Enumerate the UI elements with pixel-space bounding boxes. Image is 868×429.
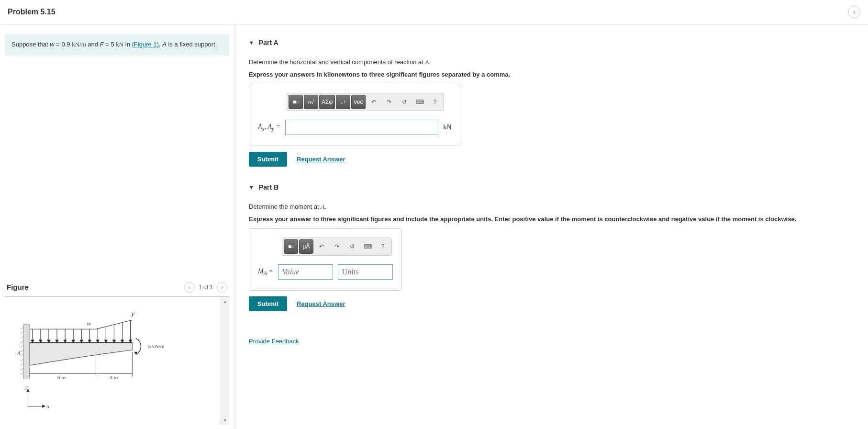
undo-button[interactable]: ↶	[314, 239, 329, 254]
updown-button[interactable]: ↓↑	[336, 95, 350, 109]
svg-text:w: w	[87, 320, 91, 327]
vec-button[interactable]: vec	[351, 95, 366, 109]
collapse-icon: ▼	[249, 184, 254, 190]
provide-feedback-link[interactable]: Provide Feedback	[249, 338, 299, 345]
template-button[interactable]: ■□	[284, 239, 298, 254]
help-button[interactable]: ?	[376, 239, 390, 254]
svg-line-11	[21, 372, 23, 375]
figure-body: F w A 5 kN·m 6 m 3 m y x ▴ ▾	[5, 297, 229, 425]
part-a-toolbar: ■□ n√ ΑΣφ ↓↑ vec ↶ ↷ ↺ ⌨ ?	[287, 93, 444, 111]
svg-text:F: F	[131, 311, 135, 317]
undo-button[interactable]: ↶	[367, 95, 381, 109]
svg-line-10	[21, 368, 23, 371]
keyboard-button[interactable]: ⌨	[360, 239, 375, 254]
svg-line-7	[21, 354, 23, 357]
part-b-instructions: Express your answer to three significant…	[249, 215, 858, 223]
keyboard-button[interactable]: ⌨	[412, 95, 427, 109]
main-content: Suppose that w = 0.9 kN/m and F = 5 kN i…	[0, 24, 868, 429]
figure-prev-button[interactable]: ‹	[184, 282, 195, 293]
right-panel: ▼ Part A Determine the horizontal and ve…	[234, 24, 868, 429]
part-a-instructions: Express your answers in kilonewtons to t…	[249, 71, 858, 78]
units-button[interactable]: μÅ	[299, 239, 313, 254]
svg-text:A: A	[17, 350, 21, 357]
scroll-down-icon[interactable]: ▾	[224, 418, 226, 423]
root-button[interactable]: n√	[304, 95, 318, 109]
figure-next-button[interactable]: ›	[217, 282, 227, 293]
figure-header: Figure ‹ 1 of 1 ›	[5, 278, 229, 297]
part-b-title: Part B	[259, 183, 278, 191]
svg-text:x: x	[46, 403, 49, 409]
part-b-value-input[interactable]	[278, 264, 333, 280]
part-b-units-input[interactable]	[338, 264, 393, 280]
svg-text:5 kN·m: 5 kN·m	[148, 343, 164, 349]
svg-line-2	[21, 331, 23, 334]
redo-button[interactable]: ↷	[382, 95, 396, 109]
help-button[interactable]: ?	[428, 95, 442, 109]
reset-button[interactable]: ↺	[345, 239, 359, 254]
figure-section: Figure ‹ 1 of 1 ›	[5, 278, 229, 425]
svg-line-4	[21, 340, 23, 343]
part-a: ▼ Part A Determine the horizontal and ve…	[249, 39, 858, 167]
part-b: ▼ Part B Determine the moment at A. Expr…	[249, 183, 858, 311]
part-b-request-answer-link[interactable]: Request Answer	[297, 300, 345, 307]
part-b-header[interactable]: ▼ Part B	[249, 183, 858, 191]
redo-button[interactable]: ↷	[330, 239, 344, 254]
part-b-body: Determine the moment at A. Express your …	[249, 203, 858, 311]
page-header: Problem 5.15 ‹	[0, 0, 868, 24]
svg-rect-0	[23, 325, 30, 379]
part-a-input-row: Ax, Ay = kN	[258, 120, 451, 135]
svg-line-8	[21, 359, 23, 361]
prev-problem-button[interactable]: ‹	[848, 6, 860, 18]
part-b-submit-button[interactable]: Submit	[249, 296, 287, 311]
part-a-title: Part A	[259, 39, 278, 46]
part-a-request-answer-link[interactable]: Request Answer	[297, 156, 345, 163]
svg-line-5	[21, 345, 23, 348]
part-a-answer-box: ■□ n√ ΑΣφ ↓↑ vec ↶ ↷ ↺ ⌨ ? Ax, Ay =	[249, 84, 460, 146]
figure-scrollbar[interactable]: ▴ ▾	[221, 297, 229, 425]
svg-text:6 m: 6 m	[57, 374, 66, 380]
collapse-icon: ▼	[249, 40, 254, 45]
part-b-actions: Submit Request Answer	[249, 296, 858, 311]
figure-link[interactable]: (Figure 1)	[132, 41, 159, 48]
svg-line-3	[21, 336, 23, 339]
svg-text:y: y	[25, 384, 28, 390]
part-b-answer-box: ■□ μÅ ↶ ↷ ↺ ⌨ ? MA =	[249, 228, 402, 291]
part-b-toolbar: ■□ μÅ ↶ ↷ ↺ ⌨ ?	[282, 237, 392, 256]
greek-button[interactable]: ΑΣφ	[319, 95, 335, 109]
svg-line-1	[21, 327, 23, 329]
part-b-question: Determine the moment at A.	[249, 203, 858, 211]
left-panel: Suppose that w = 0.9 kN/m and F = 5 kN i…	[0, 24, 234, 429]
part-a-submit-button[interactable]: Submit	[249, 152, 287, 167]
part-a-input-label: Ax, Ay =	[258, 123, 280, 132]
part-a-header[interactable]: ▼ Part A	[249, 39, 858, 46]
problem-title: Problem 5.15	[8, 8, 56, 16]
part-a-question: Determine the horizontal and vertical co…	[249, 58, 858, 66]
part-a-unit: kN	[443, 124, 451, 131]
part-b-input-row: MA =	[258, 264, 393, 280]
part-a-answer-input[interactable]	[285, 120, 438, 135]
part-a-actions: Submit Request Answer	[249, 152, 858, 167]
part-b-input-label: MA =	[258, 268, 273, 277]
svg-text:3 m: 3 m	[110, 374, 118, 380]
figure-page-indicator: 1 of 1	[199, 284, 213, 291]
problem-statement: Suppose that w = 0.9 kN/m and F = 5 kN i…	[5, 34, 229, 56]
template-button[interactable]: ■□	[289, 95, 303, 109]
svg-marker-50	[43, 405, 45, 407]
reset-button[interactable]: ↺	[397, 95, 412, 109]
part-a-body: Determine the horizontal and vertical co…	[249, 58, 858, 167]
svg-line-9	[21, 363, 23, 366]
svg-line-6	[21, 350, 23, 352]
figure-pager: ‹ 1 of 1 ›	[184, 282, 227, 293]
figure-diagram: F w A 5 kN·m 6 m 3 m y x	[5, 297, 221, 425]
figure-heading: Figure	[7, 283, 29, 291]
scroll-up-icon[interactable]: ▴	[224, 299, 226, 304]
